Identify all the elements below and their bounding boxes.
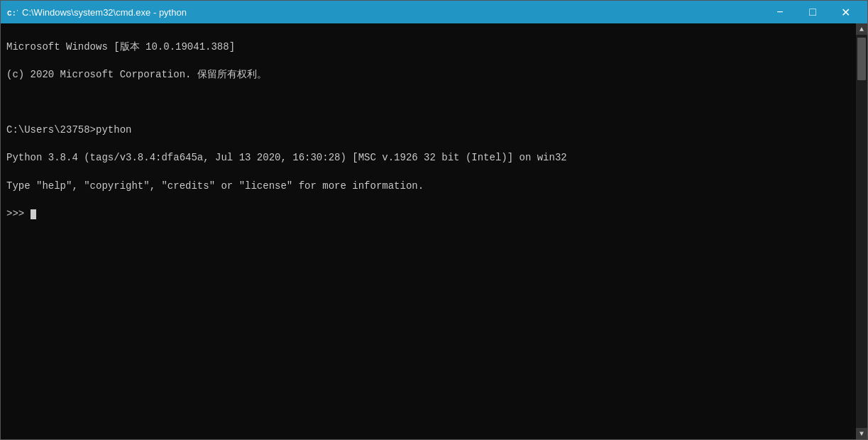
terminal-cursor xyxy=(31,209,36,219)
svg-text:C:\: C:\ xyxy=(7,9,18,18)
scrollbar-down-arrow[interactable]: ▼ xyxy=(856,428,867,439)
terminal-content[interactable]: Microsoft Windows [版本 10.0.19041.388] (c… xyxy=(1,23,856,439)
scrollbar-up-arrow[interactable]: ▲ xyxy=(856,23,867,35)
window-title: C:\Windows\system32\cmd.exe - python xyxy=(22,7,764,18)
scrollbar-thumb[interactable] xyxy=(857,38,866,80)
scrollbar-track[interactable] xyxy=(856,35,867,428)
scrollbar[interactable]: ▲ ▼ xyxy=(856,23,867,439)
minimize-button[interactable]: − xyxy=(764,1,796,23)
terminal-line-1: Microsoft Windows [版本 10.0.19041.388] xyxy=(6,41,235,53)
cmd-icon: C:\ xyxy=(6,6,18,18)
terminal-line-4: C:\Users\23758>python xyxy=(6,124,131,136)
title-bar: C:\ C:\Windows\system32\cmd.exe - python… xyxy=(1,1,867,23)
terminal-line-6: Type "help", "copyright", "credits" or "… xyxy=(6,180,424,192)
terminal-line-5: Python 3.8.4 (tags/v3.8.4:dfa645a, Jul 1… xyxy=(6,152,567,163)
close-button[interactable]: ✕ xyxy=(829,1,862,23)
cmd-window: C:\ C:\Windows\system32\cmd.exe - python… xyxy=(0,0,868,440)
terminal-line-2: (c) 2020 Microsoft Corporation. 保留所有权利。 xyxy=(6,69,267,80)
terminal-line-7: >>> xyxy=(6,208,31,219)
window-controls: − □ ✕ xyxy=(764,1,862,23)
terminal-body: Microsoft Windows [版本 10.0.19041.388] (c… xyxy=(1,23,867,439)
maximize-button[interactable]: □ xyxy=(796,1,829,23)
